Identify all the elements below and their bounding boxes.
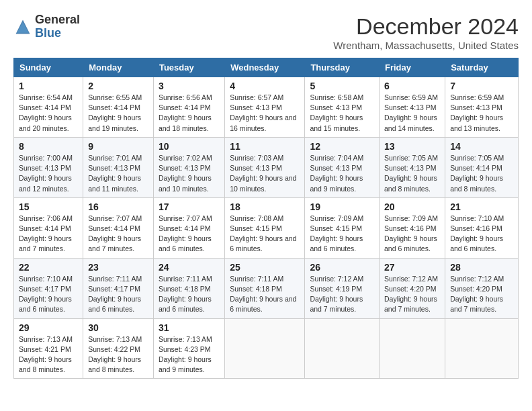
- table-row: 12 Sunrise: 7:04 AMSunset: 4:13 PMDaylig…: [305, 137, 380, 197]
- day-number: 1: [19, 81, 78, 91]
- table-row: 5 Sunrise: 6:58 AMSunset: 4:13 PMDayligh…: [305, 77, 380, 138]
- col-saturday: Saturday: [445, 58, 519, 77]
- calendar-week-row: 1 Sunrise: 6:54 AMSunset: 4:14 PMDayligh…: [14, 77, 519, 138]
- table-row: [225, 318, 305, 379]
- calendar-week-row: 8 Sunrise: 7:00 AMSunset: 4:13 PMDayligh…: [14, 137, 519, 197]
- day-number: 6: [384, 81, 440, 91]
- location-text: Wrentham, Massachusetts, United States: [333, 40, 519, 51]
- day-number: 28: [450, 262, 513, 273]
- svg-marker-1: [17, 22, 29, 33]
- table-row: 16 Sunrise: 7:07 AMSunset: 4:14 PMDaylig…: [83, 197, 154, 258]
- day-info: Sunrise: 7:07 AMSunset: 4:14 PMDaylight:…: [88, 214, 142, 253]
- col-tuesday: Tuesday: [153, 58, 224, 77]
- day-number: 20: [384, 201, 440, 212]
- day-number: 22: [19, 262, 78, 273]
- day-info: Sunrise: 6:56 AMSunset: 4:14 PMDaylight:…: [159, 93, 212, 132]
- table-row: 26 Sunrise: 7:12 AMSunset: 4:19 PMDaylig…: [305, 258, 380, 318]
- title-block: December 2024 Wrentham, Massachusetts, U…: [333, 13, 519, 51]
- table-row: 10 Sunrise: 7:02 AMSunset: 4:13 PMDaylig…: [153, 137, 224, 197]
- table-row: 8 Sunrise: 7:00 AMSunset: 4:13 PMDayligh…: [14, 137, 83, 197]
- calendar-table: Sunday Monday Tuesday Wednesday Thursday…: [13, 58, 519, 379]
- table-row: 20 Sunrise: 7:09 AMSunset: 4:16 PMDaylig…: [379, 197, 445, 258]
- day-info: Sunrise: 7:11 AMSunset: 4:18 PMDaylight:…: [159, 275, 212, 314]
- day-number: 23: [88, 262, 148, 273]
- logo-general-text: General: [35, 13, 80, 27]
- day-info: Sunrise: 7:12 AMSunset: 4:20 PMDaylight:…: [384, 275, 438, 314]
- logo-blue-text: Blue: [35, 27, 80, 40]
- day-number: 2: [88, 81, 148, 91]
- day-number: 30: [88, 322, 148, 333]
- day-number: 27: [384, 262, 440, 273]
- day-number: 18: [230, 201, 300, 212]
- day-number: 21: [450, 201, 513, 212]
- day-info: Sunrise: 7:02 AMSunset: 4:13 PMDaylight:…: [159, 154, 212, 193]
- day-info: Sunrise: 7:10 AMSunset: 4:16 PMDaylight:…: [450, 214, 504, 253]
- calendar-week-row: 22 Sunrise: 7:10 AMSunset: 4:17 PMDaylig…: [14, 258, 519, 318]
- col-monday: Monday: [83, 58, 154, 77]
- col-friday: Friday: [379, 58, 445, 77]
- table-row: 21 Sunrise: 7:10 AMSunset: 4:16 PMDaylig…: [445, 197, 519, 258]
- day-number: 25: [230, 262, 300, 273]
- day-info: Sunrise: 7:01 AMSunset: 4:13 PMDaylight:…: [88, 154, 142, 193]
- day-number: 26: [310, 262, 374, 273]
- table-row: 13 Sunrise: 7:05 AMSunset: 4:13 PMDaylig…: [379, 137, 445, 197]
- table-row: 19 Sunrise: 7:09 AMSunset: 4:15 PMDaylig…: [305, 197, 380, 258]
- day-number: 8: [19, 141, 78, 152]
- day-info: Sunrise: 7:12 AMSunset: 4:19 PMDaylight:…: [310, 275, 363, 314]
- day-info: Sunrise: 7:09 AMSunset: 4:16 PMDaylight:…: [384, 214, 438, 253]
- table-row: 4 Sunrise: 6:57 AMSunset: 4:13 PMDayligh…: [225, 77, 305, 138]
- day-info: Sunrise: 7:11 AMSunset: 4:18 PMDaylight:…: [230, 275, 296, 314]
- table-row: 28 Sunrise: 7:12 AMSunset: 4:20 PMDaylig…: [445, 258, 519, 318]
- day-info: Sunrise: 6:54 AMSunset: 4:14 PMDaylight:…: [19, 93, 73, 132]
- day-number: 16: [88, 201, 148, 212]
- page-header: General Blue December 2024 Wrentham, Mas…: [13, 13, 519, 51]
- table-row: 31 Sunrise: 7:13 AMSunset: 4:23 PMDaylig…: [153, 318, 224, 379]
- day-number: 31: [159, 322, 220, 333]
- calendar-week-row: 15 Sunrise: 7:06 AMSunset: 4:14 PMDaylig…: [14, 197, 519, 258]
- day-info: Sunrise: 7:13 AMSunset: 4:21 PMDaylight:…: [19, 335, 73, 374]
- day-info: Sunrise: 7:07 AMSunset: 4:14 PMDaylight:…: [159, 214, 212, 253]
- day-info: Sunrise: 6:59 AMSunset: 4:13 PMDaylight:…: [450, 93, 504, 132]
- day-number: 17: [159, 201, 220, 212]
- day-info: Sunrise: 7:05 AMSunset: 4:14 PMDaylight:…: [450, 154, 504, 193]
- col-sunday: Sunday: [14, 58, 83, 77]
- day-number: 24: [159, 262, 220, 273]
- table-row: 15 Sunrise: 7:06 AMSunset: 4:14 PMDaylig…: [14, 197, 83, 258]
- table-row: 24 Sunrise: 7:11 AMSunset: 4:18 PMDaylig…: [153, 258, 224, 318]
- month-title: December 2024: [333, 13, 519, 40]
- table-row: 3 Sunrise: 6:56 AMSunset: 4:14 PMDayligh…: [153, 77, 224, 138]
- day-info: Sunrise: 7:12 AMSunset: 4:20 PMDaylight:…: [450, 275, 504, 314]
- day-number: 9: [88, 141, 148, 152]
- day-info: Sunrise: 7:11 AMSunset: 4:17 PMDaylight:…: [88, 275, 142, 314]
- day-number: 12: [310, 141, 374, 152]
- table-row: 7 Sunrise: 6:59 AMSunset: 4:13 PMDayligh…: [445, 77, 519, 138]
- day-info: Sunrise: 7:03 AMSunset: 4:13 PMDaylight:…: [230, 154, 296, 193]
- day-info: Sunrise: 6:58 AMSunset: 4:13 PMDaylight:…: [310, 93, 363, 132]
- table-row: 11 Sunrise: 7:03 AMSunset: 4:13 PMDaylig…: [225, 137, 305, 197]
- day-info: Sunrise: 7:06 AMSunset: 4:14 PMDaylight:…: [19, 214, 73, 253]
- table-row: 9 Sunrise: 7:01 AMSunset: 4:13 PMDayligh…: [83, 137, 154, 197]
- day-number: 13: [384, 141, 440, 152]
- day-number: 15: [19, 201, 78, 212]
- table-row: 23 Sunrise: 7:11 AMSunset: 4:17 PMDaylig…: [83, 258, 154, 318]
- day-number: 11: [230, 141, 300, 152]
- table-row: 14 Sunrise: 7:05 AMSunset: 4:14 PMDaylig…: [445, 137, 519, 197]
- day-info: Sunrise: 7:10 AMSunset: 4:17 PMDaylight:…: [19, 275, 73, 314]
- table-row: 2 Sunrise: 6:55 AMSunset: 4:14 PMDayligh…: [83, 77, 154, 138]
- table-row: [305, 318, 380, 379]
- day-info: Sunrise: 6:59 AMSunset: 4:13 PMDaylight:…: [384, 93, 438, 132]
- table-row: 25 Sunrise: 7:11 AMSunset: 4:18 PMDaylig…: [225, 258, 305, 318]
- day-number: 3: [159, 81, 220, 91]
- day-number: 14: [450, 141, 513, 152]
- day-info: Sunrise: 7:09 AMSunset: 4:15 PMDaylight:…: [310, 214, 363, 253]
- table-row: 22 Sunrise: 7:10 AMSunset: 4:17 PMDaylig…: [14, 258, 83, 318]
- page-container: General Blue December 2024 Wrentham, Mas…: [13, 13, 519, 379]
- table-row: [379, 318, 445, 379]
- table-row: [445, 318, 519, 379]
- day-info: Sunrise: 7:13 AMSunset: 4:22 PMDaylight:…: [88, 335, 142, 374]
- logo-icon: [13, 17, 32, 36]
- table-row: 18 Sunrise: 7:08 AMSunset: 4:15 PMDaylig…: [225, 197, 305, 258]
- calendar-header-row: Sunday Monday Tuesday Wednesday Thursday…: [14, 58, 519, 77]
- col-wednesday: Wednesday: [225, 58, 305, 77]
- day-info: Sunrise: 7:04 AMSunset: 4:13 PMDaylight:…: [310, 154, 363, 193]
